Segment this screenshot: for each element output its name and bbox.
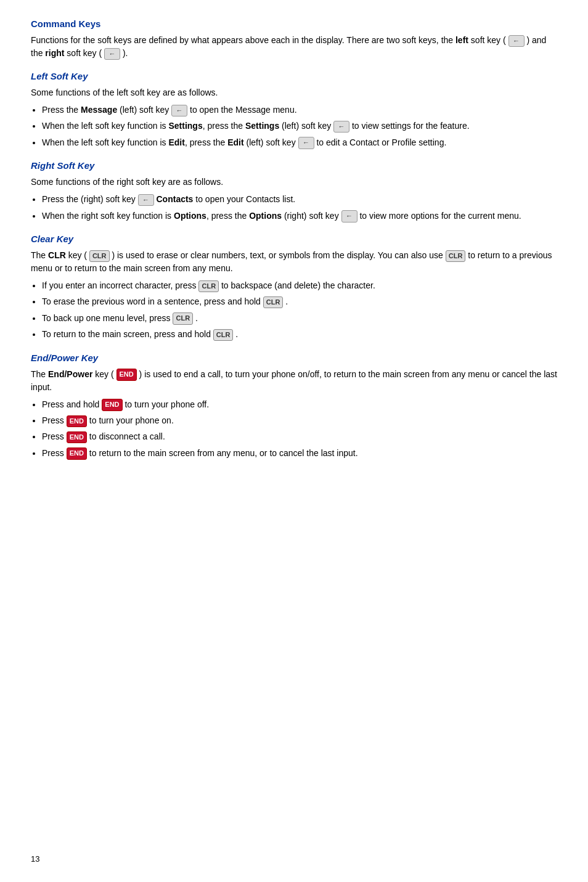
list-item: Press END to return to the main screen f… (42, 446, 557, 460)
right-soft-key-intro: Some functions of the right soft key are… (31, 176, 557, 189)
clear-key-list: If you enter an incorrect character, pre… (42, 279, 557, 341)
left-soft-key-intro: Some functions of the left soft key are … (31, 86, 557, 99)
contacts-soft-key-icon: ← (138, 194, 154, 206)
end-key-icon-3: END (67, 431, 87, 443)
end-key-icon-1: END (102, 399, 122, 410)
end-power-key-intro: The End/Power key ( END ) is used to end… (31, 368, 557, 394)
clr-key-icon-inline1: CLR (89, 250, 110, 262)
end-power-key-list: Press and hold END to turn your phone of… (42, 398, 557, 460)
right-soft-key-title: Right Soft Key (31, 160, 557, 171)
command-keys-title: Command Keys (31, 18, 557, 29)
list-item: Press and hold END to turn your phone of… (42, 398, 557, 411)
edit-soft-key-icon: ← (298, 137, 314, 149)
list-item: To erase the previous word in a sentence… (42, 295, 557, 308)
list-item: If you enter an incorrect character, pre… (42, 279, 557, 292)
list-item: Press END to turn your phone on. (42, 414, 557, 427)
list-item: When the right soft key function is Opti… (42, 209, 557, 223)
list-item: To back up one menu level, press CLR . (42, 311, 557, 325)
end-power-key-title: End/Power Key (31, 353, 557, 363)
settings-soft-key-icon: ← (333, 121, 349, 133)
end-key-icon-2: END (67, 415, 87, 427)
left-soft-key-list: Press the Message (left) soft key ← to o… (42, 103, 557, 149)
clr-key-icon-inline2: CLR (446, 250, 466, 262)
left-soft-key-title: Left Soft Key (31, 71, 557, 81)
left-soft-key-icon: ← (508, 35, 525, 47)
end-key-icon-intro: END (116, 369, 137, 380)
page-number: 13 (31, 854, 39, 864)
list-item: Press the Message (left) soft key ← to o… (42, 103, 557, 116)
clr-key-icon-1: CLR (198, 280, 219, 292)
command-keys-intro: Functions for the soft keys are defined … (31, 34, 557, 60)
clear-key-title: Clear Key (31, 234, 557, 244)
end-key-icon-4: END (67, 447, 87, 459)
clr-key-icon-4: CLR (213, 329, 234, 341)
clear-key-intro: The CLR key ( CLR ) is used to erase or … (31, 249, 557, 275)
list-item: To return to the main screen, press and … (42, 327, 557, 341)
clr-key-icon-2: CLR (263, 296, 284, 308)
right-soft-key-list: Press the (right) soft key ← Contacts to… (42, 192, 557, 223)
list-item: When the left soft key function is Edit,… (42, 136, 557, 149)
options-soft-key-icon: ← (341, 210, 357, 222)
list-item: Press the (right) soft key ← Contacts to… (42, 192, 557, 206)
right-soft-key-icon: ← (104, 48, 120, 60)
list-item: Press END to disconnect a call. (42, 430, 557, 443)
clr-key-icon-3: CLR (173, 312, 193, 324)
message-soft-key-icon: ← (171, 105, 187, 116)
list-item: When the left soft key function is Setti… (42, 119, 557, 133)
